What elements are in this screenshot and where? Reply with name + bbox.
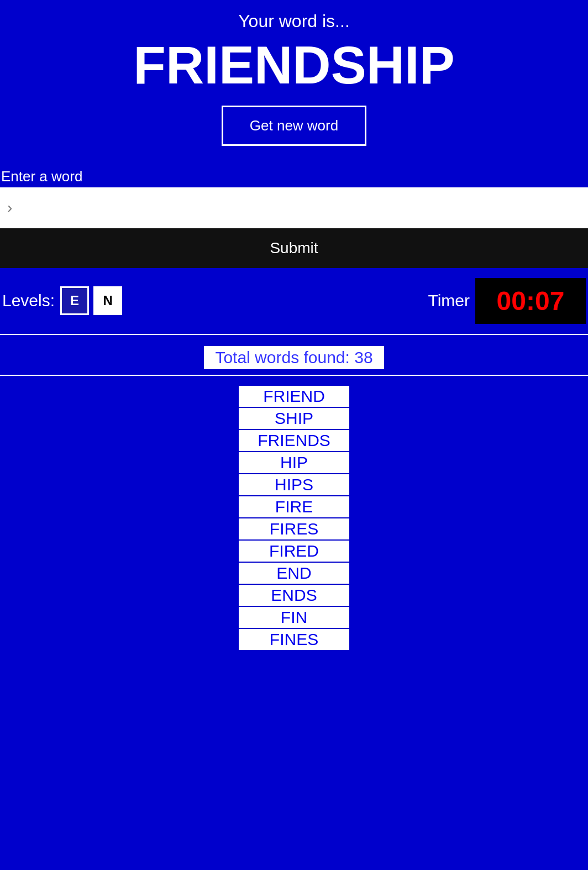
submit-button[interactable]: Submit <box>0 228 588 268</box>
get-new-word-button[interactable]: Get new word <box>222 106 366 146</box>
list-item: FIN <box>239 607 349 628</box>
levels-label: Levels: <box>2 291 55 310</box>
list-item: FRIENDS <box>239 430 349 451</box>
timer-display: 00:07 <box>475 278 586 324</box>
list-item: FIRE <box>239 496 349 517</box>
total-words-section: Total words found: 38 <box>0 335 588 375</box>
timer-section: Timer 00:07 <box>428 278 586 324</box>
main-word: FRIENDSHIP <box>6 36 582 95</box>
list-item: SHIP <box>239 408 349 429</box>
level-e-button[interactable]: E <box>60 286 89 315</box>
list-item: END <box>239 563 349 584</box>
total-words-text: Total words found: 38 <box>204 346 384 369</box>
list-item: FIRES <box>239 518 349 539</box>
header-section: Your word is... FRIENDSHIP Get new word <box>0 0 588 163</box>
words-list: FRIENDSHIPFRIENDSHIPHIPSFIREFIRESFIREDEN… <box>0 376 588 660</box>
list-item: ENDS <box>239 585 349 606</box>
list-item: FINES <box>239 629 349 650</box>
level-n-button[interactable]: N <box>93 286 122 315</box>
list-item: HIPS <box>239 474 349 495</box>
enter-label: Enter a word <box>0 168 588 185</box>
list-item: FRIEND <box>239 386 349 407</box>
controls-row: Levels: E N Timer 00:07 <box>0 268 588 334</box>
word-input[interactable] <box>0 187 588 228</box>
list-item: FIRED <box>239 541 349 562</box>
input-section: Enter a word Submit <box>0 163 588 268</box>
list-item: HIP <box>239 452 349 473</box>
timer-label: Timer <box>428 291 470 310</box>
your-word-label: Your word is... <box>6 11 582 32</box>
